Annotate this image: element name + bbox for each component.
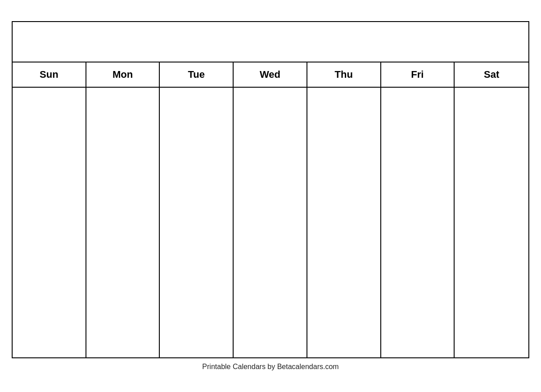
day-cell-5-1: [13, 303, 86, 357]
day-cell-5-4: [234, 303, 307, 357]
day-cell-2-1: [13, 142, 86, 196]
day-cell-2-5: [307, 142, 381, 196]
day-cell-3-3: [160, 196, 234, 249]
day-cell-2-4: [234, 142, 307, 196]
day-cell-4-2: [86, 249, 160, 303]
day-cell-1-4: [234, 88, 307, 142]
calendar-week-row-2: [13, 142, 528, 196]
header-mon: Mon: [86, 62, 160, 87]
day-cell-4-5: [307, 249, 381, 303]
calendar-footer: Printable Calendars by Betacalendars.com: [202, 363, 338, 371]
day-cell-3-4: [234, 196, 307, 249]
day-cell-2-6: [381, 142, 455, 196]
calendar-body: [13, 88, 528, 357]
day-cell-5-2: [86, 303, 160, 357]
day-cell-2-2: [86, 142, 160, 196]
day-cell-1-2: [86, 88, 160, 142]
header-thu: Thu: [307, 62, 381, 87]
calendar-container: Sun Mon Tue Wed Thu Fri Sat: [12, 21, 529, 358]
day-cell-4-7: [455, 249, 528, 303]
day-cell-3-5: [307, 196, 381, 249]
day-cell-4-1: [13, 249, 86, 303]
calendar-title-row: [13, 22, 528, 62]
day-cell-5-5: [307, 303, 381, 357]
day-cell-5-7: [455, 303, 528, 357]
day-cell-1-5: [307, 88, 381, 142]
calendar-week-row-5: [13, 303, 528, 357]
header-wed: Wed: [234, 62, 307, 87]
calendar-wrapper: Sun Mon Tue Wed Thu Fri Sat: [12, 21, 529, 371]
day-cell-3-7: [455, 196, 528, 249]
calendar-week-row-3: [13, 196, 528, 249]
day-cell-3-1: [13, 196, 86, 249]
day-cell-1-6: [381, 88, 455, 142]
day-cell-2-7: [455, 142, 528, 196]
day-cell-4-4: [234, 249, 307, 303]
day-cell-4-3: [160, 249, 234, 303]
day-cell-5-6: [381, 303, 455, 357]
calendar-week-row-1: [13, 88, 528, 142]
day-cell-1-1: [13, 88, 86, 142]
day-cell-1-7: [455, 88, 528, 142]
day-cell-4-6: [381, 249, 455, 303]
day-cell-5-3: [160, 303, 234, 357]
header-sun: Sun: [13, 62, 86, 87]
header-tue: Tue: [160, 62, 234, 87]
calendar-header-row: Sun Mon Tue Wed Thu Fri Sat: [13, 62, 528, 88]
header-fri: Fri: [381, 62, 455, 87]
calendar-week-row-4: [13, 249, 528, 303]
day-cell-3-6: [381, 196, 455, 249]
day-cell-1-3: [160, 88, 234, 142]
day-cell-3-2: [86, 196, 160, 249]
day-cell-2-3: [160, 142, 234, 196]
header-sat: Sat: [455, 62, 528, 87]
